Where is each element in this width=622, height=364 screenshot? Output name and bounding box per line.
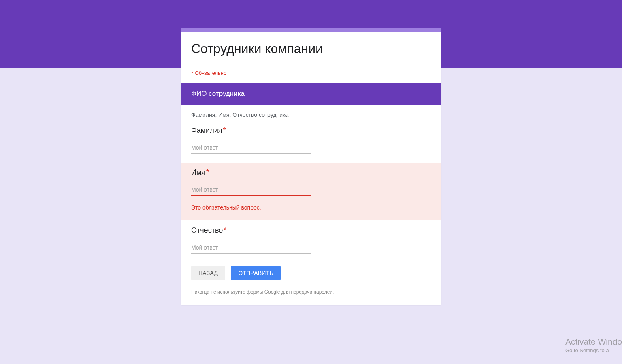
watermark-line1: Activate Windo: [565, 337, 622, 347]
form-title: Сотрудники компании: [191, 41, 431, 56]
lastname-input[interactable]: [191, 142, 311, 154]
disclaimer-text: Никогда не используйте формы Google для …: [181, 285, 441, 305]
required-star-icon: *: [223, 126, 226, 134]
question-label: Фамилия*: [191, 126, 431, 135]
form-header: Сотрудники компании * Обязательно: [181, 32, 441, 83]
error-message: Это обязательный вопрос.: [191, 204, 431, 211]
question-label-text: Фамилия: [191, 126, 222, 134]
firstname-input[interactable]: [191, 184, 311, 196]
required-note: * Обязательно: [191, 70, 431, 76]
required-star-icon: *: [206, 168, 209, 176]
form-card: Сотрудники компании * Обязательно ФИО со…: [181, 32, 441, 305]
question-lastname: Фамилия*: [181, 121, 441, 163]
section-description: Фамилия, Имя, Отчество сотрудника: [181, 105, 441, 121]
question-label: Отчество*: [191, 226, 431, 235]
question-patronymic: Отчество*: [181, 220, 441, 262]
form-actions: НАЗАД ОТПРАВИТЬ: [181, 262, 441, 285]
windows-activation-watermark: Activate Windo Go to Settings to a: [565, 337, 622, 353]
question-label: Имя*: [191, 168, 431, 177]
patronymic-input[interactable]: [191, 242, 311, 254]
watermark-line2: Go to Settings to a: [565, 347, 622, 353]
back-button[interactable]: НАЗАД: [191, 266, 225, 280]
question-label-text: Отчество: [191, 226, 223, 234]
question-firstname: Имя* Это обязательный вопрос.: [181, 163, 441, 220]
accent-bar: [181, 28, 441, 32]
question-label-text: Имя: [191, 168, 205, 176]
required-star-icon: *: [224, 226, 226, 234]
form-card-wrapper: Сотрудники компании * Обязательно ФИО со…: [181, 0, 441, 305]
submit-button[interactable]: ОТПРАВИТЬ: [231, 266, 281, 280]
section-title: ФИО сотрудника: [181, 83, 441, 105]
